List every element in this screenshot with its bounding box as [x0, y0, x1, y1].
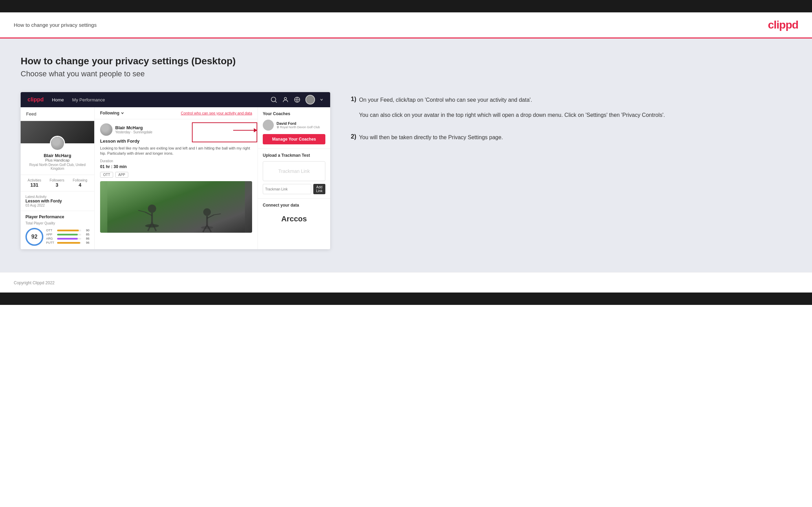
copyright: Copyright Clippd 2022: [14, 280, 55, 285]
coach-info: David Ford Royal North Devon Golf Club: [277, 121, 320, 129]
instruction-1-number: 1): [351, 96, 356, 119]
add-link-button[interactable]: Add Link: [313, 184, 325, 194]
following-value: 4: [73, 182, 87, 188]
feed-header: Following Control who can see your activ…: [95, 107, 258, 119]
connect-title: Connect your data: [263, 203, 325, 208]
app-sidebar: Feed Blair McHarg Plus Handicap Royal No…: [21, 107, 95, 249]
chevron-down-small-icon: [121, 111, 124, 115]
quality-score: 92: [25, 228, 43, 246]
profile-stats: Activities 131 Followers 3 Following 4: [21, 175, 94, 191]
bar-row-arg: ARG 86: [46, 237, 89, 240]
content-row: clippd Home My Performance Feed: [21, 92, 791, 249]
bar-fill: [57, 238, 78, 240]
post-meta: Yesterday · Sunningdale: [115, 130, 152, 134]
post-author-name: Blair McHarg: [115, 125, 152, 130]
post-tags: OTT APP: [100, 172, 252, 178]
followers-value: 3: [50, 182, 64, 188]
bar-track: [57, 238, 81, 240]
search-icon[interactable]: [270, 96, 277, 103]
bar-label: ARG: [46, 237, 56, 240]
trackman-placeholder: Trackman Link: [267, 168, 322, 174]
bar-value: 96: [83, 241, 89, 244]
chevron-down-icon: [320, 98, 323, 101]
nav-home[interactable]: Home: [52, 97, 64, 102]
profile-handicap: Plus Handicap: [23, 158, 91, 162]
post-author-row: Blair McHarg Yesterday · Sunningdale: [100, 123, 252, 136]
svg-point-2: [284, 97, 287, 100]
post-desc: Looking to feel like my hands are exitin…: [100, 146, 252, 156]
quality-bars: OTT 90 APP 85 ARG 86 PUTT: [46, 229, 89, 245]
instruction-2-text: You will then be taken directly to the P…: [359, 133, 503, 142]
instruction-1-content: On your Feed, click/tap on 'Control who …: [359, 96, 665, 119]
app-mockup: clippd Home My Performance Feed: [21, 92, 330, 249]
bar-track: [57, 234, 81, 235]
bar-row-ott: OTT 90: [46, 229, 89, 232]
post-title: Lesson with Fordy: [100, 139, 252, 144]
profile-avatar: [50, 136, 65, 151]
logo: clippd: [768, 19, 798, 31]
globe-icon[interactable]: [294, 96, 301, 103]
user-avatar[interactable]: [305, 95, 315, 104]
app-right-panel: Your Coaches David Ford Royal North Devo…: [258, 107, 330, 249]
stat-activities: Activities 131: [28, 178, 41, 188]
latest-activity-name: Lesson with Fordy: [25, 199, 89, 203]
activities-value: 131: [28, 182, 41, 188]
profile-club: Royal North Devon Golf Club, United King…: [23, 163, 91, 170]
trackman-section: Upload a Trackman Test Trackman Link Add…: [258, 149, 330, 199]
following-button[interactable]: Following: [100, 111, 124, 115]
player-performance: Player Performance Total Player Quality …: [21, 211, 94, 249]
bottom-bar: [0, 293, 812, 305]
bar-fill: [57, 234, 78, 235]
nav-my-performance[interactable]: My Performance: [72, 97, 105, 102]
bar-label: APP: [46, 233, 56, 236]
app-navbar: clippd Home My Performance: [21, 92, 330, 107]
latest-date: 03 Aug 2022: [25, 203, 89, 207]
person-icon[interactable]: [282, 96, 289, 103]
latest-activity: Latest Activity Lesson with Fordy 03 Aug…: [21, 191, 94, 211]
app-logo: clippd: [28, 97, 44, 103]
feed-post: Blair McHarg Yesterday · Sunningdale Les…: [95, 119, 258, 237]
page-title: How to change your privacy settings (Des…: [21, 56, 791, 67]
header: How to change your privacy settings clip…: [0, 12, 812, 37]
bar-track: [57, 230, 81, 231]
location-icon: [277, 126, 279, 129]
app-feed: Following Control who can see your activ…: [95, 107, 258, 249]
footer: Copyright Clippd 2022: [0, 272, 812, 293]
post-avatar-inner: [100, 123, 112, 136]
bar-value: 86: [83, 237, 89, 240]
bar-value: 85: [83, 233, 89, 236]
latest-label: Latest Activity: [25, 195, 89, 199]
profile-name: Blair McHarg: [23, 153, 91, 158]
post-duration-label: Duration: [100, 159, 252, 163]
post-duration-value: 01 hr : 30 min: [100, 164, 252, 169]
control-privacy-link[interactable]: Control who can see your activity and da…: [181, 111, 252, 115]
bar-row-app: APP 85: [46, 233, 89, 236]
bar-label: OTT: [46, 229, 56, 232]
coach-avatar: [263, 120, 274, 131]
svg-point-12: [201, 226, 213, 229]
trackman-link-input[interactable]: [263, 184, 311, 194]
instruction-1-text-a: On your Feed, click/tap on 'Control who …: [359, 96, 665, 104]
profile-banner: [21, 121, 94, 143]
instruction-1-row: 1) On your Feed, click/tap on 'Control w…: [351, 96, 791, 119]
bar-label: PUTT: [46, 241, 56, 244]
coaches-wrapper: Your Coaches David Ford Royal North Devo…: [258, 107, 330, 149]
trackman-input-row: Add Link: [263, 184, 325, 194]
arccos-logo: Arccos: [263, 211, 325, 227]
bar-fill: [57, 242, 80, 244]
app-nav-right: [270, 95, 323, 104]
svg-point-19: [277, 126, 279, 128]
post-avatar: [100, 123, 112, 136]
manage-coaches-button[interactable]: Manage Your Coaches: [263, 134, 325, 144]
coach-name: David Ford: [277, 121, 320, 125]
svg-rect-4: [107, 181, 245, 233]
top-bar: [0, 0, 812, 12]
post-image: [100, 181, 252, 233]
coach-club: Royal North Devon Golf Club: [277, 125, 320, 129]
followers-label: Followers: [50, 178, 64, 182]
feed-tab[interactable]: Feed: [21, 107, 94, 121]
bar-value: 90: [83, 229, 89, 232]
instruction-2-number: 2): [351, 133, 356, 142]
coach-row: David Ford Royal North Devon Golf Club: [263, 120, 325, 131]
following-label: Following: [73, 178, 87, 182]
